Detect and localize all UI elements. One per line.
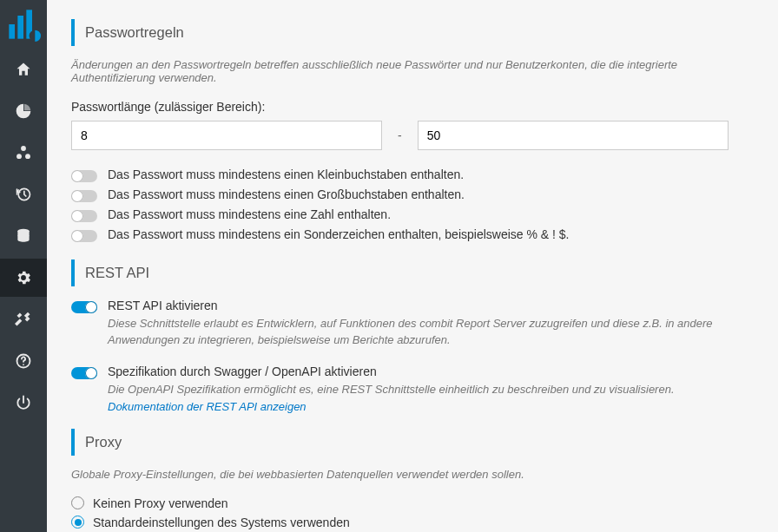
sidebar xyxy=(0,0,47,532)
toggle-special-label: Das Passwort muss mindestens ein Sonderz… xyxy=(108,227,757,241)
nav-cluster[interactable] xyxy=(0,134,47,172)
nav-power[interactable] xyxy=(0,384,47,422)
radio-proxy-none-label: Keinen Proxy verwenden xyxy=(93,496,228,510)
app-logo xyxy=(6,7,41,42)
toggle-lowercase-label: Das Passwort muss mindestens einen Klein… xyxy=(108,167,757,181)
toggle-digit[interactable] xyxy=(71,210,97,222)
rest-enable-hint: Diese Schnittstelle erlaubt es Entwickle… xyxy=(108,316,757,349)
section-header-proxy: Proxy xyxy=(71,429,757,456)
toggle-lowercase[interactable] xyxy=(71,170,97,182)
svg-rect-0 xyxy=(9,24,15,39)
svg-point-10 xyxy=(23,364,24,365)
rest-enable-label: REST API aktivieren xyxy=(108,299,757,312)
proxy-note: Globale Proxy-Einstellungen, die bei web… xyxy=(71,468,757,481)
toggle-swagger-enable[interactable] xyxy=(71,367,97,379)
nav-database[interactable] xyxy=(0,217,47,255)
password-max-input[interactable] xyxy=(418,121,729,150)
main-content: Passwortregeln Änderungen an den Passwor… xyxy=(47,0,778,532)
password-note: Änderungen an den Passwortregeln betreff… xyxy=(71,58,757,84)
radio-proxy-none[interactable] xyxy=(71,496,84,509)
radio-proxy-system[interactable] xyxy=(71,516,84,529)
svg-point-6 xyxy=(25,154,30,159)
range-separator: - xyxy=(398,128,402,142)
section-header-restapi: REST API xyxy=(71,259,757,286)
password-length-label: Passwortlänge (zulässiger Bereich): xyxy=(71,100,757,114)
rest-doc-link[interactable]: Dokumentation der REST API anzeigen xyxy=(108,400,307,413)
nav-tools[interactable] xyxy=(0,300,47,338)
toggle-digit-label: Das Passwort muss mindestens eine Zahl e… xyxy=(108,207,757,221)
nav-help[interactable] xyxy=(0,342,47,380)
nav-settings[interactable] xyxy=(0,259,47,297)
nav-pie[interactable] xyxy=(0,92,47,130)
toggle-rest-enable[interactable] xyxy=(71,301,97,313)
toggle-uppercase[interactable] xyxy=(71,190,97,202)
svg-rect-1 xyxy=(17,16,23,39)
password-min-input[interactable] xyxy=(71,121,382,150)
nav-home[interactable] xyxy=(0,50,47,89)
toggle-special[interactable] xyxy=(71,230,97,242)
swagger-enable-hint: Die OpenAPI Spezifikation ermöglicht es,… xyxy=(108,382,757,398)
section-header-password: Passwortregeln xyxy=(71,19,757,46)
svg-point-4 xyxy=(21,146,26,151)
toggle-uppercase-label: Das Passwort muss mindestens einen Großb… xyxy=(108,187,757,201)
radio-proxy-system-label: Standardeinstellungen des Systems verwen… xyxy=(93,516,350,529)
swagger-enable-label: Spezifikation durch Swagger / OpenAPI ak… xyxy=(108,365,757,378)
svg-point-5 xyxy=(16,154,22,159)
nav-history[interactable] xyxy=(0,175,47,213)
